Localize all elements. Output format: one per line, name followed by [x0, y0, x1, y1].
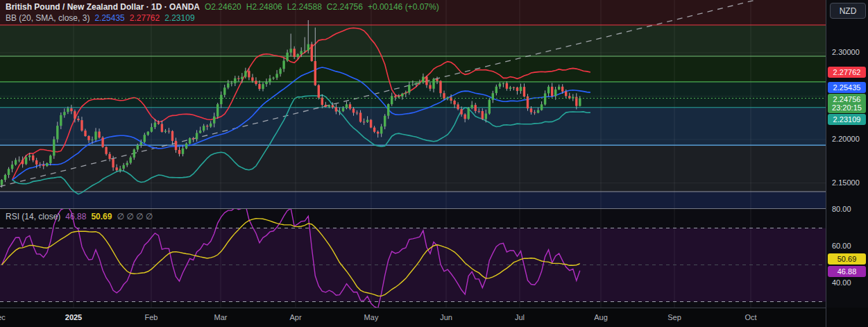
price-tick-label: 2.30000	[832, 48, 860, 56]
price-scale[interactable]: NZD 2.27762 2.25435 2.24756 23:20:15 2.2…	[826, 0, 868, 308]
bb-legend-row[interactable]: BB (20, SMA, close, 3) 2.25435 2.27762 2…	[6, 13, 195, 23]
month-label: Mar	[214, 313, 228, 321]
symbol-title: British Pound / New Zealand Dollar · 1D …	[6, 2, 200, 12]
rsi-tick-label: 40.00	[832, 278, 851, 287]
month-label: Dec	[0, 313, 6, 321]
price-tick-label: 2.20000	[832, 135, 860, 143]
price-band	[0, 192, 826, 208]
rsi-value-badge: 46.88	[828, 266, 866, 277]
ohlc-close: C2.24756	[327, 2, 363, 12]
month-label: Apr	[289, 313, 301, 321]
rsi-value: 46.88	[65, 212, 86, 221]
last-price-badge: 2.24756 23:20:15	[828, 94, 866, 113]
bb-label: BB (20, SMA, close, 3)	[6, 13, 90, 23]
ohlc-high: H2.24806	[246, 2, 282, 12]
ohlc-open: O2.24620	[205, 2, 241, 12]
rsi-ma-badge: 50.69	[828, 253, 866, 265]
bb-upper-badge: 2.27762	[828, 67, 866, 78]
bb-upper-value: 2.27762	[130, 13, 160, 23]
chart-canvas[interactable]	[0, 0, 868, 327]
rsi-label: RSI (14, close)	[6, 212, 60, 221]
month-label: Sep	[667, 313, 681, 321]
ohlc-low: L2.24588	[287, 2, 322, 12]
month-label: May	[364, 313, 379, 321]
rsi-ma-value: 50.69	[91, 212, 112, 221]
currency-toggle-button[interactable]: NZD	[830, 3, 866, 19]
month-label: Oct	[744, 313, 756, 321]
month-label: Jul	[515, 313, 525, 321]
time-axis[interactable]: Dec2025FebMarAprMayJunJulAugSepOct	[0, 308, 826, 327]
rsi-legend-row[interactable]: RSI (14, close) 46.88 50.69 ∅ ∅ ∅ ∅	[6, 212, 153, 221]
ohlc-change: +0.00146 (+0.07%)	[368, 2, 439, 12]
chart-window: British Pound / New Zealand Dollar · 1D …	[0, 0, 868, 327]
scale-corner	[826, 308, 868, 327]
last-price-value: 2.24756	[828, 95, 866, 103]
currency-label: NZD	[840, 6, 857, 16]
bb-lower-badge: 2.23109	[828, 114, 866, 125]
bb-lower-value: 2.23109	[164, 13, 194, 23]
rsi-tick-label: 60.00	[832, 242, 851, 250]
pane-resize-separator[interactable]	[0, 208, 868, 209]
price-band	[0, 56, 826, 82]
month-label: Aug	[594, 313, 608, 321]
bar-countdown: 23:20:15	[828, 103, 866, 112]
bb-basis-value: 2.25435	[94, 13, 124, 23]
month-label: Feb	[145, 313, 158, 321]
symbol-legend-row[interactable]: British Pound / New Zealand Dollar · 1D …	[6, 2, 439, 12]
price-tick-label: 2.15000	[832, 178, 860, 187]
year-label: 2025	[65, 313, 82, 321]
bb-basis-badge: 2.25435	[828, 82, 866, 93]
rsi-tick-label: 80.00	[832, 205, 851, 213]
price-band	[0, 25, 826, 56]
rsi-empty-values: ∅ ∅ ∅ ∅	[117, 212, 153, 221]
month-label: Jun	[440, 313, 452, 321]
